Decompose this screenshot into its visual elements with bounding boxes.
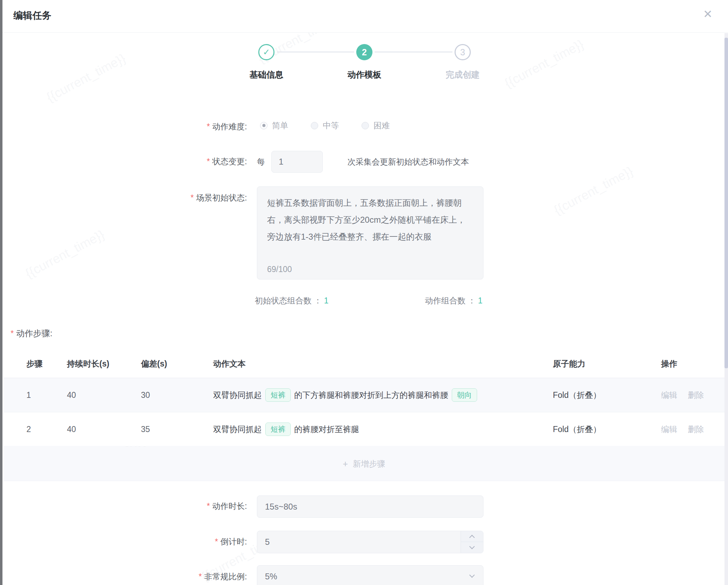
difficulty-label: *动作难度: — [123, 121, 247, 132]
col-deviation: 偏差(s) — [141, 350, 167, 378]
delete-link[interactable]: 删除 — [688, 390, 704, 401]
watermark-text: {{current_time}} — [502, 37, 586, 91]
step-3-circle: 3 — [455, 44, 471, 60]
radio-button-icon — [311, 122, 318, 129]
required-asterisk: * — [207, 122, 210, 131]
chevron-down-icon — [469, 572, 475, 578]
edit-link[interactable]: 编辑 — [661, 424, 677, 435]
page-edge-strip — [0, 0, 2, 585]
step-connector — [375, 51, 452, 53]
add-step-button[interactable]: + 新增步骤 — [4, 447, 724, 481]
decrement-button[interactable] — [461, 542, 483, 553]
object-tag: 短裤 — [265, 388, 291, 401]
action-text: 双臂协同抓起 — [213, 390, 262, 401]
countdown-field — [257, 531, 483, 553]
table-header: 步骤 持续时长(s) 偏差(s) 动作文本 原子能力 操作 — [4, 350, 724, 378]
initial-state-label: *场景初始状态: — [123, 192, 247, 203]
radio-label: 简单 — [272, 120, 288, 131]
difficulty-radio-group: 简单 中等 困难 — [260, 118, 412, 133]
scrollbar-thumb[interactable] — [724, 38, 728, 368]
action-combo-label: 动作组合数 ： — [425, 296, 476, 305]
required-asterisk: * — [215, 537, 218, 546]
initial-combo-label: 初始状态组合数 ： — [255, 296, 322, 305]
state-change-suffix: 次采集会更新初始状态和动作文本 — [347, 151, 469, 173]
required-asterisk: * — [11, 329, 14, 338]
step-2-circle: 2 — [356, 44, 372, 60]
required-asterisk: * — [191, 193, 194, 202]
action-text: 的下方裤腿和裤腰对折到上方的裤腿和裤腰 — [294, 390, 448, 401]
action-text: 双臂协同抓起 — [213, 424, 262, 435]
dialog-header: 编辑任务 ✕ — [2, 0, 728, 33]
step-1-label: 基础信息 — [249, 69, 283, 80]
table-row: 2 40 35 双臂协同抓起 短裤 的裤腰对折至裤腿 Fold（折叠） 编辑 删… — [4, 412, 724, 447]
initial-combo-count: 初始状态组合数 ：1 — [255, 295, 328, 306]
plus-icon: + — [343, 459, 348, 469]
initial-combo-value: 1 — [324, 296, 328, 305]
action-text: 的裤腰对折至裤腿 — [294, 424, 359, 435]
cell-step: 2 — [26, 412, 31, 446]
unusual-ratio-label: *非常规比例: — [123, 571, 247, 582]
watermark-text: {{current_time}} — [44, 51, 128, 105]
select-value: 5% — [257, 572, 277, 581]
state-change-label: *状态变更: — [123, 156, 247, 167]
action-duration-input[interactable] — [257, 495, 483, 518]
cell-step: 1 — [26, 378, 31, 412]
step-connector — [277, 51, 354, 53]
chevron-down-icon — [469, 544, 475, 549]
col-duration: 持续时长(s) — [67, 350, 109, 378]
close-icon[interactable]: ✕ — [703, 8, 712, 20]
number-spinner — [461, 531, 483, 553]
scrollbar-track[interactable] — [724, 33, 728, 585]
radio-button-icon — [362, 122, 369, 129]
step-2-label: 动作模板 — [347, 69, 381, 80]
state-change-prefix: 每 — [257, 151, 265, 173]
action-steps-label: *动作步骤: — [11, 328, 53, 339]
cell-operations: 编辑 删除 — [661, 378, 715, 412]
cell-ability: Fold（折叠） — [553, 378, 601, 412]
delete-link[interactable]: 删除 — [688, 424, 704, 435]
add-step-label: 新增步骤 — [353, 458, 385, 469]
cell-action-text: 双臂协同抓起 短裤 的裤腰对折至裤腿 — [213, 412, 359, 446]
radio-simple[interactable]: 简单 — [260, 120, 288, 131]
required-asterisk: * — [207, 501, 210, 511]
edit-link[interactable]: 编辑 — [661, 390, 677, 401]
orientation-tag: 朝向 — [452, 388, 477, 401]
required-asterisk: * — [199, 572, 202, 581]
state-change-input[interactable] — [271, 151, 323, 173]
cell-ability: Fold（折叠） — [553, 412, 601, 446]
initial-state-field: 短裤五条数据背面朝上，五条数据正面朝上，裤腰朝右，离头部视野下方至少20cm之外… — [257, 186, 483, 279]
cell-duration: 40 — [67, 412, 76, 446]
action-duration-label: *动作时长: — [123, 501, 247, 512]
edit-task-dialog: {{current_time}} {{current_time}} {{curr… — [0, 0, 728, 585]
col-step: 步骤 — [26, 350, 43, 378]
cell-action-text: 双臂协同抓起 短裤 的下方裤腿和裤腰对折到上方的裤腿和裤腰 朝向 — [213, 378, 481, 412]
countdown-label: *倒计时: — [123, 536, 247, 547]
action-combo-count: 动作组合数 ：1 — [425, 295, 482, 306]
required-asterisk: * — [207, 157, 210, 166]
col-action-text: 动作文本 — [213, 350, 246, 378]
dialog-title: 编辑任务 — [13, 9, 51, 22]
cell-duration: 40 — [67, 378, 76, 412]
radio-hard[interactable]: 困难 — [362, 120, 390, 131]
countdown-input[interactable] — [257, 531, 483, 553]
step-3-label: 完成创建 — [446, 69, 480, 80]
watermark-text: {{current_time}} — [551, 164, 636, 218]
chevron-up-icon — [469, 535, 475, 540]
cell-deviation: 30 — [141, 378, 150, 412]
step-1-check-icon: ✓ — [258, 44, 274, 60]
unusual-ratio-select[interactable]: 5% — [257, 565, 483, 585]
radio-label: 困难 — [374, 120, 390, 131]
action-combo-value: 1 — [478, 296, 482, 305]
table-row: 1 40 30 双臂协同抓起 短裤 的下方裤腿和裤腰对折到上方的裤腿和裤腰 朝向… — [4, 378, 724, 412]
col-operations: 操作 — [661, 350, 677, 378]
radio-label: 中等 — [323, 120, 339, 131]
char-counter: 69/100 — [267, 265, 292, 274]
increment-button[interactable] — [461, 531, 483, 542]
radio-button-icon — [260, 122, 267, 129]
object-tag: 短裤 — [265, 423, 291, 436]
cell-deviation: 35 — [141, 412, 150, 446]
watermark-text: {{current_time}} — [23, 227, 107, 281]
cell-operations: 编辑 删除 — [661, 412, 715, 446]
radio-medium[interactable]: 中等 — [311, 120, 339, 131]
col-ability: 原子能力 — [553, 350, 585, 378]
